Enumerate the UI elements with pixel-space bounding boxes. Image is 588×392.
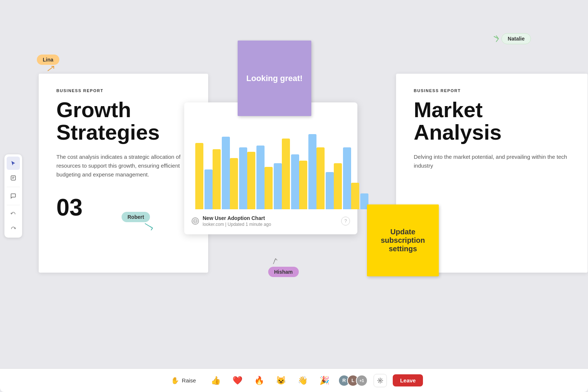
bar-blue-3 [256, 146, 265, 209]
bar-pair-6 [299, 134, 316, 209]
bar-yellow-9 [351, 183, 359, 209]
cursor-lina: Lina [37, 55, 59, 74]
sticky-yellow-text: Update subscription settings [367, 222, 439, 259]
left-doc-label: BUSINESS REPORT [56, 88, 190, 93]
left-toolbar [4, 154, 22, 238]
leave-button[interactable]: Leave [393, 374, 423, 386]
settings-button[interactable] [374, 374, 387, 387]
bar-blue-8 [343, 147, 351, 209]
redo-button[interactable] [7, 222, 20, 235]
bar-yellow-4 [265, 167, 273, 209]
bar-yellow-8 [334, 163, 342, 209]
bar-pair-7 [316, 147, 334, 209]
avatar-extra: +1 [356, 375, 368, 386]
bar-pair-3 [247, 146, 265, 209]
bar-yellow-3 [247, 152, 255, 209]
bar-yellow-1 [213, 149, 221, 209]
chart-area [192, 110, 350, 209]
bar-blue-5 [291, 154, 299, 209]
bar-pair-2 [230, 147, 247, 209]
svg-point-6 [379, 380, 381, 381]
raise-label: Raise [182, 377, 196, 384]
cursor-hisham-bubble: Hisham [268, 267, 299, 277]
cursor-robert: Robert [122, 212, 154, 232]
raise-button[interactable]: ✋ Raise [165, 374, 202, 388]
undo-button[interactable] [7, 207, 20, 221]
chart-footer-left: New User Adoption Chart looker.com | Upd… [192, 215, 271, 227]
sticky-note-yellow[interactable]: Update subscription settings [367, 204, 439, 276]
bar-pair-1 [213, 137, 230, 209]
right-doc-label: BUSINESS REPORT [414, 88, 570, 93]
chart-info: New User Adoption Chart looker.com | Upd… [203, 215, 271, 227]
sticky-note-purple[interactable]: Looking great! [238, 41, 311, 116]
hisham-arrow-icon [272, 258, 279, 267]
cursor-lina-bubble: Lina [37, 55, 59, 65]
cursor-lina-arrow [46, 66, 56, 74]
reaction-wave[interactable]: 👋 [295, 374, 311, 387]
bar-yellow-7 [316, 147, 325, 209]
cursor-natalie: Natalie [493, 33, 531, 44]
chart-help-button[interactable]: ? [341, 217, 350, 225]
cursor-natalie-bubble: Natalie [501, 33, 531, 44]
natalie-arrow-icon [493, 35, 500, 42]
bar-yellow-2 [230, 158, 238, 209]
bar-yellow-6 [299, 161, 307, 209]
svg-rect-0 [11, 176, 15, 180]
bar-pair-8 [334, 147, 351, 209]
toolbar-divider-2 [7, 205, 20, 205]
bottom-toolbar: ✋ Raise 👍 ❤️ 🔥 😺 👋 🎉 R L +1 Leave [0, 368, 588, 392]
note-tool-button[interactable] [7, 171, 20, 185]
bar-blue-4 [274, 163, 282, 209]
bar-yellow-5 [282, 139, 290, 209]
bar-blue-2 [239, 147, 247, 209]
chart-source-icon [192, 217, 199, 225]
bar-yellow-0 [195, 143, 203, 209]
bar-blue-6 [308, 134, 316, 209]
reaction-heart[interactable]: ❤️ [230, 374, 245, 387]
left-doc-body: The cost analysis indicates a strategic … [56, 153, 190, 179]
chart-footer: New User Adoption Chart looker.com | Upd… [192, 215, 350, 227]
bar-pair-5 [282, 139, 299, 209]
sticky-purple-text: Looking great! [241, 68, 309, 89]
reaction-thumbsup[interactable]: 👍 [208, 374, 224, 387]
reaction-party[interactable]: 🎉 [316, 374, 332, 387]
chart-bars [192, 110, 350, 209]
right-doc-title: Market Analysis [414, 99, 570, 144]
chart-card: New User Adoption Chart looker.com | Upd… [184, 102, 357, 234]
reaction-fire[interactable]: 🔥 [251, 374, 267, 387]
bar-pair-0 [195, 143, 213, 209]
chart-title: New User Adoption Chart [203, 215, 271, 221]
bar-pair-9 [351, 183, 368, 209]
chart-subtitle: looker.com | Updated 1 minute ago [203, 222, 271, 227]
left-doc-title: Growth Strategies [56, 99, 190, 144]
reaction-cat[interactable]: 😺 [273, 374, 289, 387]
toolbar-divider [7, 187, 20, 187]
bar-blue-0 [204, 169, 213, 209]
bar-pair-4 [265, 163, 282, 209]
participants-avatars: R L +1 [338, 375, 368, 386]
raise-icon: ✋ [171, 377, 179, 385]
cursor-robert-bubble: Robert [122, 212, 150, 222]
cursor-robert-arrow [144, 222, 154, 232]
comment-tool-button[interactable] [7, 189, 20, 203]
bar-blue-1 [222, 137, 230, 209]
doc-card-left: BUSINESS REPORT Growth Strategies The co… [39, 74, 208, 273]
cursor-hisham: Hisham [268, 258, 299, 277]
right-doc-body: Delving into the market potential, and p… [414, 153, 570, 170]
bar-blue-7 [326, 172, 334, 209]
cursor-tool-button[interactable] [7, 157, 20, 170]
